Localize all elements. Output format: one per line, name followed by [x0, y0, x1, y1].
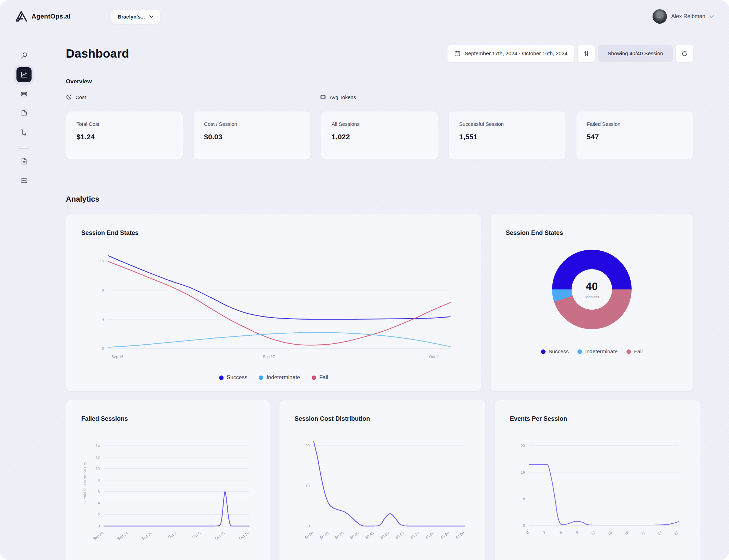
- sidebar-item-analytics[interactable]: [16, 67, 32, 82]
- legend-label: Success: [549, 348, 569, 355]
- donut-center-label: Sessions: [585, 295, 599, 299]
- sidebar-item-docs[interactable]: [16, 154, 32, 169]
- series-indeterminate: [108, 332, 450, 347]
- chart-title: Session End States: [81, 229, 466, 237]
- chart-legend: SuccessIndeterminateFail: [81, 374, 466, 381]
- filter-button[interactable]: [577, 45, 595, 62]
- stat-value: $0.03: [204, 133, 300, 141]
- card-events-per-session: Events Per Session 081623036912151821242…: [494, 400, 701, 560]
- chevron-down-icon: [149, 15, 154, 18]
- stat-card-successful-session[interactable]: Successful Session 1,551: [449, 111, 566, 160]
- svg-text:0: 0: [523, 523, 525, 527]
- svg-text:Sep 16: Sep 16: [111, 355, 123, 359]
- svg-text:8: 8: [102, 288, 104, 292]
- stat-label: Successful Session: [459, 121, 555, 127]
- svg-text:9: 9: [575, 530, 579, 535]
- svg-text:6: 6: [559, 530, 563, 535]
- legend-item-success[interactable]: Success: [541, 348, 569, 355]
- stat-value: $1.24: [76, 133, 172, 141]
- refresh-button[interactable]: [676, 45, 693, 62]
- toggle-avg-tokens[interactable]: Avg Tokens: [320, 94, 356, 100]
- svg-text:10: 10: [96, 467, 100, 471]
- legend-item-success[interactable]: Success: [219, 374, 247, 381]
- docs-file-icon: [20, 157, 28, 165]
- svg-text:8: 8: [523, 497, 525, 501]
- svg-text:$0.10: $0.10: [319, 531, 329, 540]
- legend-dot: [219, 376, 224, 380]
- svg-text:20: 20: [306, 444, 310, 448]
- topbar: AgentOps.ai Braelyn's... Alex Reibman: [0, 0, 729, 33]
- user-menu[interactable]: Alex Reibman: [653, 9, 714, 24]
- sidebar-item-logs[interactable]: [16, 106, 32, 121]
- stat-value: 547: [587, 133, 683, 141]
- svg-text:12: 12: [96, 455, 100, 459]
- sidebar-item-search[interactable]: [16, 48, 32, 63]
- brand-name: AgentOps.ai: [32, 13, 71, 20]
- stat-card-failed-session[interactable]: Failed Session 547: [576, 111, 693, 160]
- svg-text:Oct 10: Oct 10: [214, 531, 225, 540]
- events-per-session-svg: 0816230369121518212427: [510, 434, 685, 549]
- date-range-picker[interactable]: September 17th, 2024 - October 16th, 202…: [447, 45, 575, 62]
- svg-text:23: 23: [521, 444, 525, 448]
- showing-sessions-text: Showing 40/40 Session: [608, 50, 663, 57]
- svg-text:$0.60: $0.60: [395, 531, 405, 540]
- workspace-selector[interactable]: Braelyn's...: [111, 9, 160, 24]
- chevron-down-icon: [709, 15, 714, 18]
- svg-text:$0.80: $0.80: [425, 531, 435, 540]
- stat-card-all-sessions[interactable]: All Sessions 1,022: [321, 111, 438, 160]
- sliders-icon: [583, 50, 589, 57]
- svg-text:$0.20: $0.20: [334, 531, 344, 540]
- sidebar-item-traces[interactable]: [16, 125, 32, 140]
- svg-text:14: 14: [96, 444, 100, 448]
- series-success: [108, 255, 450, 319]
- donut-center-value: 40: [586, 281, 598, 293]
- svg-text:2: 2: [98, 513, 100, 517]
- stat-card-total-cost[interactable]: Total Cost $1.24: [66, 111, 183, 160]
- legend-label: Indeterminate: [585, 348, 618, 355]
- tokens-icon: [320, 94, 326, 100]
- svg-text:15: 15: [607, 530, 612, 536]
- stat-label: Total Cost: [76, 121, 172, 127]
- overview-heading: Overview: [66, 78, 693, 85]
- stat-card-cost-per-session[interactable]: Cost / Session $0.03: [193, 111, 311, 160]
- svg-text:27: 27: [673, 530, 679, 536]
- brand: AgentOps.ai: [15, 11, 71, 22]
- svg-text:4: 4: [102, 317, 104, 321]
- toggle-cost[interactable]: Cost: [66, 94, 86, 100]
- coin-icon: [66, 94, 72, 100]
- showing-sessions-badge[interactable]: Showing 40/40 Session: [598, 45, 673, 62]
- sidebar-item-api-keys[interactable]: [16, 173, 32, 188]
- svg-text:Sep 17: Sep 17: [263, 355, 275, 359]
- donut-center: 40 Sessions: [572, 269, 612, 310]
- svg-text:Oct 16: Oct 16: [238, 531, 250, 540]
- sidebar-item-sessions[interactable]: [16, 86, 32, 102]
- legend-item-indeterminate[interactable]: Indeterminate: [577, 348, 618, 355]
- sidebar-divider: [19, 148, 29, 149]
- svg-text:$0.00: $0.00: [304, 531, 314, 540]
- series-failed: [104, 492, 249, 526]
- svg-text:4: 4: [98, 501, 100, 505]
- svg-text:0: 0: [102, 346, 104, 350]
- page-header: Dashboard September 17th, 2024 - October…: [66, 45, 693, 62]
- series-sessions: [314, 442, 465, 526]
- card-session-end-states-donut: Session End States 40 Sessions SuccessIn…: [490, 214, 693, 391]
- svg-text:Sep 28: Sep 28: [141, 531, 153, 541]
- svg-text:0: 0: [525, 530, 529, 535]
- svg-text:8: 8: [98, 478, 100, 482]
- legend-item-fail[interactable]: Fail: [626, 348, 643, 355]
- legend-label: Success: [227, 374, 247, 381]
- svg-text:$0.90: $0.90: [440, 531, 450, 540]
- toggle-cost-label: Cost: [75, 94, 86, 100]
- legend-dot: [259, 376, 263, 380]
- session-cost-distribution-svg: 01020$0.00$0.10$0.20$0.30$0.40$0.50$0.60…: [295, 434, 470, 556]
- svg-text:15: 15: [100, 259, 104, 263]
- legend-item-indeterminate[interactable]: Indeterminate: [259, 374, 300, 381]
- calendar-icon: [454, 50, 461, 57]
- card-session-cost-distribution: Session Cost Distribution 01020$0.00$0.1…: [279, 400, 486, 560]
- app-window: AgentOps.ai Braelyn's... Alex Reibman: [0, 0, 729, 560]
- legend-item-fail[interactable]: Fail: [312, 374, 328, 381]
- session-end-states-line-svg: 04815Sep 16Sep 17Oct 11: [87, 248, 461, 365]
- legend-label: Fail: [319, 374, 328, 381]
- svg-text:Sep 24: Sep 24: [116, 531, 128, 541]
- legend-label: Fail: [634, 348, 643, 355]
